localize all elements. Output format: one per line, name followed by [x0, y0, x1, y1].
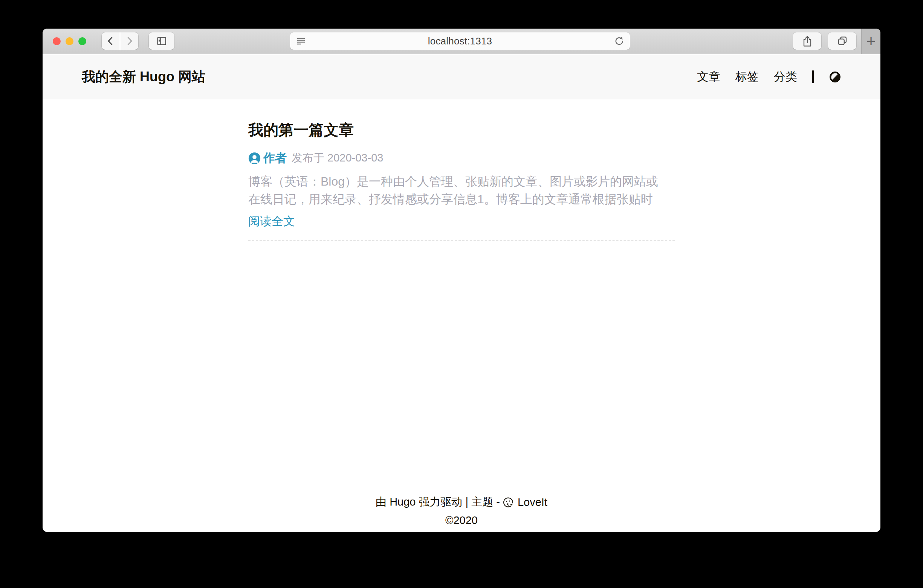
close-window-button[interactable]: [53, 37, 61, 45]
site-footer: 由 Hugo 强力驱动 | 主题 - LoveIt ©2020: [43, 495, 880, 532]
zoom-window-button[interactable]: [78, 37, 86, 45]
page-content: 我的第一篇文章 作者 发布于: [43, 99, 880, 495]
tab-overview-icon: [836, 34, 849, 48]
share-icon: [801, 34, 814, 48]
minimize-window-button[interactable]: [66, 37, 74, 45]
sidebar-toggle-button[interactable]: [149, 33, 174, 50]
post-summary-card: 我的第一篇文章 作者 发布于: [248, 99, 675, 241]
browser-toolbar: localhost:1313: [43, 29, 880, 54]
powered-by-text: 由 Hugo 强力驱动 | 主题 -: [376, 495, 500, 510]
post-title[interactable]: 我的第一篇文章: [248, 120, 675, 141]
footer-powered-by: 由 Hugo 强力驱动 | 主题 - LoveIt: [43, 495, 880, 510]
site-title[interactable]: 我的全新 Hugo 网站: [82, 68, 205, 86]
nav-separator: [812, 70, 814, 83]
author-link[interactable]: 作者: [248, 150, 287, 166]
site-header: 我的全新 Hugo 网站 文章 标签 分类: [43, 54, 880, 99]
plus-icon: +: [867, 33, 876, 49]
chevron-right-icon: [123, 35, 135, 47]
summary-line: 在线日记，用来纪录、抒发情感或分享信息1。博客上的文章通常根据张贴时: [248, 190, 675, 208]
new-tab-button[interactable]: +: [861, 29, 880, 54]
nav-item-tags[interactable]: 标签: [736, 69, 759, 85]
reader-lines-icon[interactable]: [296, 35, 307, 47]
browser-window: localhost:1313: [43, 29, 880, 532]
theme-link[interactable]: LoveIt: [517, 496, 547, 509]
sidebar-toggle-icon: [155, 34, 168, 48]
author-avatar-icon: [248, 152, 261, 164]
address-bar[interactable]: localhost:1313: [290, 33, 630, 50]
theme-contrast-icon[interactable]: [829, 71, 841, 83]
author-name: 作者: [263, 150, 287, 166]
kiss-face-icon: [503, 496, 515, 508]
footer-copyright: ©2020: [43, 514, 880, 527]
site-nav: 文章 标签 分类: [697, 69, 841, 85]
post-divider: [248, 240, 675, 241]
nav-item-posts[interactable]: 文章: [697, 69, 720, 85]
summary-line: 博客（英语：Blog）是一种由个人管理、张贴新的文章、图片或影片的网站或: [248, 173, 675, 190]
read-more-link[interactable]: 阅读全文: [248, 213, 295, 229]
reload-icon[interactable]: [613, 35, 625, 47]
traffic-lights: [53, 37, 86, 45]
post-summary: 博客（英语：Blog）是一种由个人管理、张贴新的文章、图片或影片的网站或 在线日…: [248, 173, 675, 208]
forward-button[interactable]: [120, 33, 138, 50]
publish-date: 发布于 2020-03-03: [292, 151, 383, 165]
share-button[interactable]: [793, 33, 821, 50]
nav-item-categories[interactable]: 分类: [774, 69, 797, 85]
back-button[interactable]: [102, 33, 120, 50]
url-text[interactable]: localhost:1313: [307, 35, 613, 47]
post-meta: 作者 发布于 2020-03-03: [248, 150, 675, 166]
tab-overview-button[interactable]: [828, 33, 856, 50]
chevron-left-icon: [105, 35, 117, 47]
